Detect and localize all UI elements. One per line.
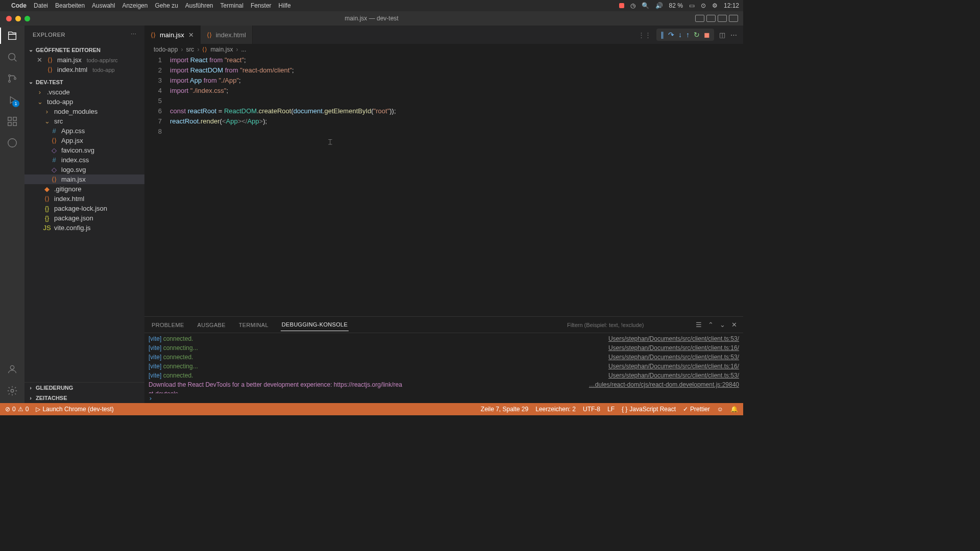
battery-percent[interactable]: 82 % xyxy=(669,2,683,9)
breadcrumb-2[interactable]: main.jsx xyxy=(210,46,233,53)
console-source-link[interactable]: Users/stephan/Documents/src/client/clien… xyxy=(608,371,739,380)
console-input-prompt[interactable]: › xyxy=(144,393,743,403)
folder-item[interactable]: ⌄todo-app xyxy=(24,97,144,107)
search-icon[interactable] xyxy=(6,51,18,63)
debug-restart-button[interactable]: ↻ xyxy=(694,31,700,39)
file-item[interactable]: {}package.json xyxy=(24,213,144,223)
folder-item[interactable]: ›node_modules xyxy=(24,107,144,116)
layout-bottom-icon[interactable] xyxy=(706,15,716,22)
console-source-link[interactable]: Users/stephan/Documents/src/client/clien… xyxy=(608,353,739,362)
file-item[interactable]: #index.css xyxy=(24,155,144,165)
clock[interactable]: 12:12 xyxy=(724,2,739,9)
source-control-icon[interactable] xyxy=(6,72,18,85)
status-encoding[interactable]: UTF-8 xyxy=(583,406,600,413)
minimap[interactable] xyxy=(702,55,743,316)
status-feedback-icon[interactable]: ☺ xyxy=(717,406,723,413)
menu-terminal[interactable]: Terminal xyxy=(220,2,243,9)
debug-stop-button[interactable]: ◼ xyxy=(704,31,710,39)
status-errors[interactable]: ⊘ 0 ⚠ 0 xyxy=(5,406,29,413)
menu-go[interactable]: Gehe zu xyxy=(155,2,178,9)
debug-step-out-button[interactable]: ↑ xyxy=(686,31,690,39)
file-item[interactable]: ◇favicon.svg xyxy=(24,145,144,155)
code-editor[interactable]: 12345678 import React from "react"; impo… xyxy=(144,55,743,316)
status-prettier[interactable]: ✓ Prettier xyxy=(683,406,710,413)
status-cursor-pos[interactable]: Zeile 7, Spalte 29 xyxy=(481,406,528,413)
folder-item[interactable]: ›.vscode xyxy=(24,87,144,97)
control-center-icon[interactable]: ⚙ xyxy=(712,2,718,9)
console-source-link[interactable]: …dules/react-dom/cjs/react-dom.developme… xyxy=(589,380,739,389)
minimize-window-button[interactable] xyxy=(15,16,21,21)
close-window-button[interactable] xyxy=(6,16,12,21)
file-item[interactable]: ⟨⟩main.jsx xyxy=(24,174,144,184)
menu-edit[interactable]: Bearbeiten xyxy=(55,2,85,9)
account-icon[interactable] xyxy=(6,363,18,375)
layout-customize-icon[interactable] xyxy=(729,15,738,22)
menu-run[interactable]: Ausführen xyxy=(185,2,213,9)
file-item[interactable]: JSvite.config.js xyxy=(24,223,144,233)
file-item[interactable]: #App.css xyxy=(24,126,144,136)
menu-selection[interactable]: Auswahl xyxy=(92,2,115,9)
open-editor-item[interactable]: ✕⟨⟩main.jsxtodo-app/src xyxy=(24,55,144,65)
close-tab-icon[interactable]: ✕ xyxy=(188,31,194,39)
console-source-link[interactable]: Users/stephan/Documents/src/client/clien… xyxy=(608,343,739,353)
file-item[interactable]: ◆.gitignore xyxy=(24,184,144,194)
menu-help[interactable]: Hilfe xyxy=(279,2,291,9)
open-editor-item[interactable]: ⟨⟩index.htmltodo-app xyxy=(24,65,144,74)
code-content[interactable]: import React from "react"; import ReactD… xyxy=(170,55,702,316)
filter-settings-icon[interactable]: ☰ xyxy=(696,321,702,329)
spotlight-icon[interactable]: 🔍 xyxy=(642,2,649,9)
timeline-header[interactable]: ›ZEITACHSE xyxy=(24,393,144,403)
open-editors-header[interactable]: ⌄GEÖFFNETE EDITOREN xyxy=(24,44,144,55)
panel-tab-debug-console[interactable]: DEBUGGING-KONSOLE xyxy=(281,318,349,331)
breadcrumb-1[interactable]: src xyxy=(186,46,194,53)
debug-step-into-button[interactable]: ↓ xyxy=(678,31,682,39)
console-source-link[interactable]: Users/stephan/Documents/src/client/clien… xyxy=(608,362,739,371)
menu-window[interactable]: Fenster xyxy=(251,2,272,9)
layout-right-icon[interactable] xyxy=(718,15,727,22)
toggl-icon[interactable]: ◷ xyxy=(630,2,635,9)
volume-icon[interactable]: 🔊 xyxy=(655,2,663,9)
run-debug-icon[interactable]: 1 xyxy=(6,94,18,106)
screenrec-icon[interactable] xyxy=(619,3,624,8)
file-item[interactable]: {}package-lock.json xyxy=(24,204,144,213)
panel-maximize-icon[interactable]: ⌃ xyxy=(708,321,714,329)
menu-file[interactable]: Datei xyxy=(34,2,48,9)
panel-filter-input[interactable] xyxy=(567,322,690,328)
settings-gear-icon[interactable] xyxy=(6,385,18,397)
console-source-link[interactable]: Users/stephan/Documents/src/client/clien… xyxy=(608,334,739,343)
drag-handle-icon[interactable]: ⋮⋮ xyxy=(638,31,651,39)
explorer-icon[interactable] xyxy=(6,30,18,42)
panel-chevron-icon[interactable]: ⌄ xyxy=(720,321,725,329)
menu-view[interactable]: Anzeigen xyxy=(122,2,148,9)
file-item[interactable]: ⟨⟩index.html xyxy=(24,194,144,204)
file-item[interactable]: ◇logo.svg xyxy=(24,165,144,174)
maximize-window-button[interactable] xyxy=(24,16,30,21)
editor-tab[interactable]: ⟨⟩index.html xyxy=(201,26,253,44)
breadcrumb-3[interactable]: ... xyxy=(241,46,246,53)
editor-tab[interactable]: ⟨⟩main.jsx✕ xyxy=(144,26,201,44)
folder-item[interactable]: ⌄src xyxy=(24,116,144,126)
split-editor-icon[interactable]: ◫ xyxy=(719,31,725,39)
project-header[interactable]: ⌄DEV-TEST xyxy=(24,77,144,87)
status-eol[interactable]: LF xyxy=(607,406,615,413)
panel-tab-output[interactable]: AUSGABE xyxy=(197,319,227,331)
breadcrumbs[interactable]: todo-app› src› ⟨⟩ main.jsx› ... xyxy=(144,44,743,55)
close-editor-icon[interactable]: ✕ xyxy=(36,56,43,64)
menubar-app[interactable]: Code xyxy=(11,2,27,9)
remote-icon[interactable] xyxy=(6,137,18,149)
debug-step-over-button[interactable]: ↷ xyxy=(668,31,674,39)
more-actions-icon[interactable]: ⋯ xyxy=(730,31,737,39)
file-item[interactable]: ⟨⟩App.jsx xyxy=(24,136,144,145)
breadcrumb-0[interactable]: todo-app xyxy=(154,46,178,53)
status-launch-config[interactable]: ▷ Launch Chrome (dev-test) xyxy=(36,406,113,413)
panel-tab-terminal[interactable]: TERMINAL xyxy=(238,319,270,331)
debug-console-body[interactable]: [vite] connected.Users/stephan/Documents… xyxy=(144,333,743,393)
panel-tab-problems[interactable]: PROBLEME xyxy=(151,319,185,331)
outline-header[interactable]: ›GLIEDERUNG xyxy=(24,383,144,393)
status-language[interactable]: { } JavaScript React xyxy=(622,406,676,413)
wifi-icon[interactable]: ⊙ xyxy=(701,2,706,9)
panel-close-icon[interactable]: ✕ xyxy=(731,321,737,329)
more-icon[interactable]: ⋯ xyxy=(131,31,137,38)
debug-pause-button[interactable]: ∥ xyxy=(660,31,664,39)
extensions-icon[interactable] xyxy=(6,115,18,128)
